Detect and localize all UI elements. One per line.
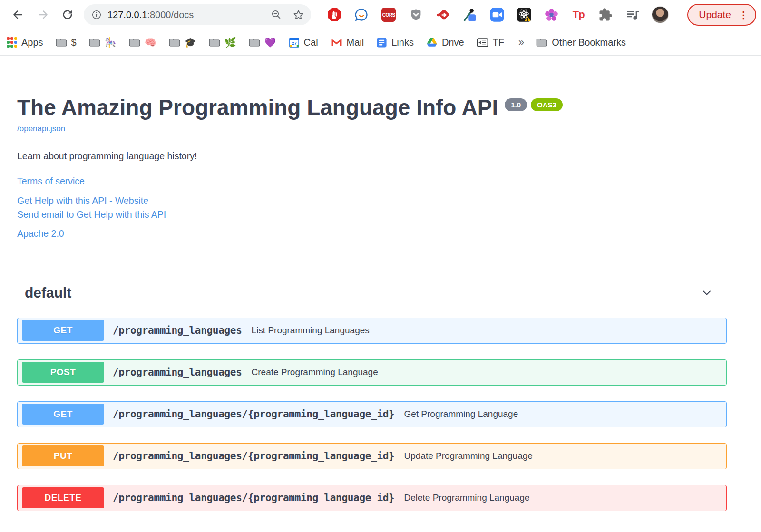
endpoint-summary: Update Programming Language bbox=[404, 451, 532, 461]
method-badge: GET bbox=[22, 404, 104, 425]
collapse-chevron-icon[interactable] bbox=[700, 286, 713, 300]
tp-extension-icon[interactable]: Tp bbox=[570, 7, 586, 23]
endpoint-path: /programming_languages bbox=[113, 325, 242, 336]
url-text[interactable]: 127.0.0.1:8000/docs bbox=[107, 10, 271, 20]
method-badge: PUT bbox=[22, 445, 104, 466]
method-badge: GET bbox=[22, 320, 104, 341]
apps-grid-icon bbox=[7, 37, 17, 48]
folder-icon bbox=[89, 38, 100, 47]
react-devtools-extension-icon[interactable] bbox=[516, 7, 532, 23]
bookmark-folder-carousel[interactable]: 🎠 bbox=[89, 37, 117, 48]
bookmark-star-icon[interactable] bbox=[293, 9, 304, 21]
endpoint-summary: Get Programming Language bbox=[404, 409, 518, 419]
tag-name: default bbox=[25, 285, 71, 301]
endpoint-row-put-update[interactable]: PUT /programming_languages/{programming_… bbox=[17, 443, 727, 469]
endpoint-summary: Delete Programming Language bbox=[404, 493, 529, 503]
oas3-badge: OAS3 bbox=[531, 98, 563, 111]
browser-menu-dots-icon[interactable]: ⋮ bbox=[739, 10, 749, 20]
folder-icon bbox=[249, 38, 260, 47]
forward-button[interactable] bbox=[35, 7, 51, 23]
bookmark-drive[interactable]: Drive bbox=[426, 37, 464, 48]
endpoint-row-post-create[interactable]: POST /programming_languages Create Progr… bbox=[17, 359, 727, 386]
links-list-icon bbox=[376, 37, 387, 48]
puzzle-extensions-menu-icon[interactable] bbox=[597, 7, 614, 23]
adblock-extension-icon[interactable] bbox=[326, 7, 342, 23]
openapi-spec-link[interactable]: /openapi.json bbox=[17, 124, 65, 134]
bookmark-folder-graduation[interactable]: 🎓 bbox=[169, 37, 196, 48]
forward-arrow-icon bbox=[37, 9, 49, 21]
zoom-out-page-icon[interactable] bbox=[271, 9, 282, 20]
endpoint-path: /programming_languages/{programming_lang… bbox=[113, 408, 394, 420]
red-diamond-arrow-extension-icon[interactable] bbox=[435, 7, 451, 23]
bookmarks-overflow-chevron[interactable]: » bbox=[518, 36, 524, 48]
method-badge: DELETE bbox=[22, 487, 104, 508]
method-badge: POST bbox=[22, 362, 104, 383]
site-info-icon[interactable] bbox=[91, 10, 102, 20]
profile-avatar[interactable] bbox=[652, 6, 669, 23]
api-title-text: The Amazing Programming Language Info AP… bbox=[17, 96, 498, 120]
swagger-docs-page: The Amazing Programming Language Info AP… bbox=[0, 56, 761, 511]
playlist-queue-icon[interactable] bbox=[624, 7, 641, 23]
bookmark-apps[interactable]: Apps bbox=[7, 37, 43, 48]
chat-bubble-extension-icon[interactable] bbox=[353, 7, 370, 23]
extensions-row: CORS bbox=[323, 4, 756, 26]
svg-text:27: 27 bbox=[292, 40, 297, 45]
license-link[interactable]: Apache 2.0 bbox=[17, 228, 64, 239]
back-arrow-icon bbox=[12, 9, 24, 21]
endpoint-path: /programming_languages/{programming_lang… bbox=[113, 450, 394, 462]
google-calendar-icon: 27 bbox=[289, 37, 300, 48]
folder-icon bbox=[536, 38, 547, 47]
endpoint-row-get-list[interactable]: GET /programming_languages List Programm… bbox=[17, 318, 727, 344]
gmail-icon bbox=[331, 38, 342, 47]
bookmark-folder-heart[interactable]: 💜 bbox=[249, 37, 276, 48]
bookmark-folder-brain[interactable]: 🧠 bbox=[129, 37, 156, 48]
cors-extension-icon[interactable]: CORS bbox=[380, 7, 397, 23]
endpoint-path: /programming_languages bbox=[113, 367, 242, 378]
bookmark-calendar[interactable]: 27 Cal bbox=[289, 37, 318, 48]
bookmark-links[interactable]: Links bbox=[376, 37, 414, 48]
endpoint-row-delete[interactable]: DELETE /programming_languages/{programmi… bbox=[17, 485, 727, 511]
bookmarks-divider bbox=[528, 35, 528, 49]
bookmarks-bar: Apps $ 🎠 🧠 🎓 🌿 💜 27 Cal bbox=[0, 29, 761, 56]
reload-button[interactable] bbox=[59, 7, 76, 23]
purple-flower-extension-icon[interactable] bbox=[543, 7, 559, 23]
endpoint-path: /programming_languages/{programming_lang… bbox=[113, 492, 394, 503]
terms-of-service-link[interactable]: Terms of service bbox=[17, 176, 727, 187]
shield-extension-icon[interactable] bbox=[408, 7, 424, 23]
folder-icon bbox=[209, 38, 220, 47]
google-drive-icon bbox=[426, 37, 438, 48]
tag-header[interactable]: default bbox=[17, 285, 727, 310]
bookmark-folder-herb[interactable]: 🌿 bbox=[209, 37, 236, 48]
endpoint-row-get-single[interactable]: GET /programming_languages/{programming_… bbox=[17, 401, 727, 427]
reload-icon bbox=[61, 9, 74, 21]
bookmark-mail[interactable]: Mail bbox=[331, 37, 364, 48]
zoom-meeting-extension-icon[interactable] bbox=[489, 7, 505, 23]
title-badges: 1.0 OAS3 bbox=[505, 98, 563, 111]
back-button[interactable] bbox=[10, 7, 26, 23]
other-bookmarks[interactable]: Other Bookmarks bbox=[536, 37, 626, 48]
tag-section-default: default GET /programming_languages List … bbox=[17, 285, 727, 511]
folder-icon bbox=[169, 38, 180, 47]
update-label: Update bbox=[699, 9, 731, 20]
page-title: The Amazing Programming Language Info AP… bbox=[17, 96, 727, 120]
endpoint-summary: List Programming Languages bbox=[252, 325, 370, 336]
version-badge: 1.0 bbox=[505, 98, 527, 111]
api-description: Learn about programming language history… bbox=[17, 151, 727, 162]
help-email-link[interactable]: Send email to Get Help with this API bbox=[17, 208, 727, 222]
help-website-link[interactable]: Get Help with this API - Website bbox=[17, 194, 727, 208]
folder-icon bbox=[56, 38, 67, 47]
address-bar[interactable]: 127.0.0.1:8000/docs bbox=[84, 4, 311, 25]
chrome-update-button[interactable]: Update ⋮ bbox=[687, 4, 756, 26]
folder-icon bbox=[129, 38, 140, 47]
bookmark-folder-dollar[interactable]: $ bbox=[56, 37, 77, 48]
eyedropper-extension-icon[interactable] bbox=[462, 7, 478, 23]
tf-news-icon bbox=[477, 38, 488, 48]
endpoint-summary: Create Programming Language bbox=[252, 367, 378, 377]
browser-toolbar: 127.0.0.1:8000/docs CORS bbox=[0, 0, 761, 29]
bookmark-tf[interactable]: TF bbox=[477, 37, 504, 48]
